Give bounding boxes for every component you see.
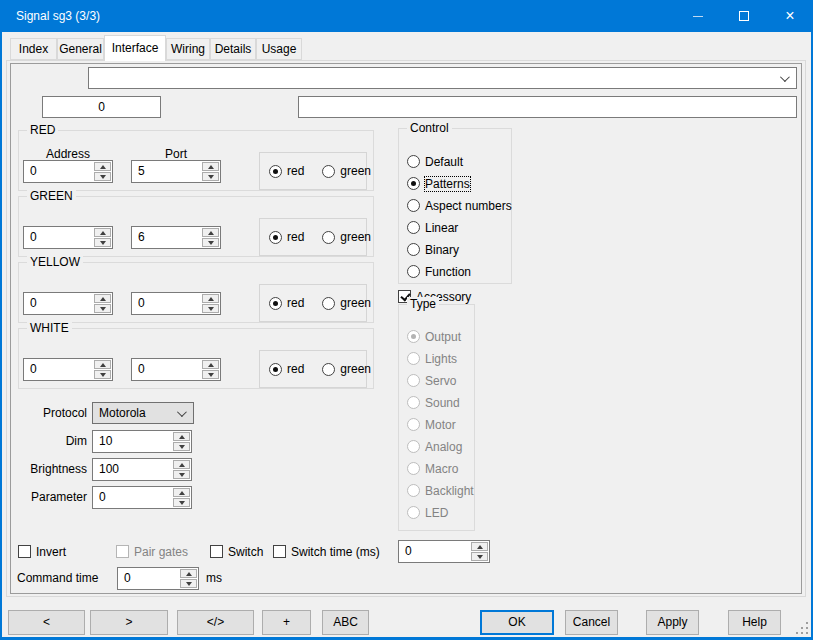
spinner-buttons[interactable] (172, 487, 191, 508)
nav-next-button[interactable]: > (90, 610, 168, 635)
radio-linear[interactable]: Linear (407, 220, 458, 235)
spin-up-button[interactable] (94, 228, 111, 237)
spin-up-button[interactable] (173, 432, 190, 441)
brightness-spinner[interactable]: 100 (92, 458, 192, 481)
yellow-gate-red-option[interactable]: red (269, 296, 304, 311)
close-button[interactable]: × (767, 0, 813, 32)
abc-button[interactable]: ABC (322, 610, 369, 635)
radio-function[interactable]: Function (407, 264, 471, 279)
spinner-buttons[interactable] (93, 161, 112, 182)
radio-icon[interactable] (407, 177, 420, 190)
spin-down-button[interactable] (94, 370, 111, 379)
spinner-buttons[interactable] (93, 227, 112, 248)
spinner-buttons[interactable] (172, 431, 191, 452)
red-address-spinner[interactable]: 0 (23, 160, 113, 183)
white-address-spinner[interactable]: 0 (23, 358, 113, 381)
tab-index[interactable]: Index (10, 38, 57, 60)
yellow-port-spinner[interactable]: 0 (131, 292, 221, 315)
parameter-spinner[interactable]: 0 (92, 486, 192, 509)
tab-usage[interactable]: Usage (256, 38, 302, 60)
spinner-buttons[interactable] (93, 359, 112, 380)
white-gate-green-option[interactable]: green (322, 362, 371, 377)
spin-up-button[interactable] (202, 360, 219, 369)
yellow-gate-green-option[interactable]: green (322, 296, 371, 311)
radio-icon[interactable] (407, 199, 420, 212)
green-port-spinner[interactable]: 6 (131, 226, 221, 249)
radio-icon[interactable] (322, 165, 335, 178)
radio-icon[interactable] (407, 221, 420, 234)
yellow-address-spinner[interactable]: 0 (23, 292, 113, 315)
tab-interface[interactable]: Interface (104, 35, 166, 61)
radio-icon[interactable] (322, 363, 335, 376)
bus-field[interactable]: 0 (42, 96, 161, 118)
checkbox-icon[interactable] (18, 545, 31, 558)
radio-icon[interactable] (407, 265, 420, 278)
radio-icon[interactable] (407, 155, 420, 168)
switch-time-checkbox[interactable]: Switch time (ms) (273, 544, 380, 559)
ok-button[interactable]: OK (480, 610, 554, 635)
green-gate-red-option[interactable]: red (269, 230, 304, 245)
titlebar[interactable]: Signal sg3 (3/3) × (0, 0, 813, 32)
spinner-buttons[interactable] (93, 293, 112, 314)
apply-button[interactable]: Apply (646, 610, 699, 635)
protocol-select[interactable]: Motorola (92, 402, 194, 424)
spin-down-button[interactable] (202, 304, 219, 313)
green-gate-green-option[interactable]: green (322, 230, 371, 245)
minimize-button[interactable] (675, 0, 721, 32)
spinner-buttons[interactable] (201, 359, 220, 380)
resize-grip[interactable] (796, 622, 810, 636)
spin-up-button[interactable] (173, 460, 190, 469)
spin-down-button[interactable] (94, 238, 111, 247)
spin-down-button[interactable] (173, 442, 190, 451)
radio-icon[interactable] (269, 165, 282, 178)
radio-icon[interactable] (269, 231, 282, 244)
command-time-spinner[interactable]: 0 (117, 567, 199, 590)
interface-id-combobox[interactable] (88, 67, 797, 89)
spin-down-button[interactable] (180, 579, 197, 588)
spin-up-button[interactable] (94, 162, 111, 171)
radio-aspect-numbers[interactable]: Aspect numbers (407, 198, 512, 213)
spinner-buttons[interactable] (201, 227, 220, 248)
checkbox-icon[interactable] (273, 545, 286, 558)
spin-down-button[interactable] (94, 304, 111, 313)
checkbox-icon[interactable] (210, 545, 223, 558)
spinner-buttons[interactable] (201, 161, 220, 182)
spin-up-button[interactable] (173, 488, 190, 497)
spin-up-button[interactable] (94, 294, 111, 303)
radio-icon[interactable] (322, 231, 335, 244)
tab-wiring[interactable]: Wiring (166, 38, 210, 60)
spin-down-button[interactable] (173, 470, 190, 479)
white-port-spinner[interactable]: 0 (131, 358, 221, 381)
nav-prev-button[interactable]: < (8, 610, 85, 635)
radio-patterns[interactable]: Patterns (407, 176, 470, 191)
radio-icon[interactable] (407, 243, 420, 256)
spin-down-button[interactable] (471, 552, 488, 561)
radio-default[interactable]: Default (407, 154, 463, 169)
green-address-spinner[interactable]: 0 (23, 226, 113, 249)
spin-down-button[interactable] (202, 238, 219, 247)
cancel-button[interactable]: Cancel (565, 610, 618, 635)
add-button[interactable]: + (262, 610, 311, 635)
spinner-buttons[interactable] (201, 293, 220, 314)
code-button[interactable]: </> (177, 610, 254, 635)
spin-up-button[interactable] (202, 162, 219, 171)
spinner-buttons[interactable] (470, 541, 489, 562)
invert-checkbox[interactable]: Invert (18, 544, 66, 559)
help-button[interactable]: Help (728, 610, 781, 635)
switch-time-spinner[interactable]: 0 (398, 540, 490, 563)
spin-down-button[interactable] (202, 370, 219, 379)
red-gate-red-option[interactable]: red (269, 164, 304, 179)
radio-icon[interactable] (269, 297, 282, 310)
spin-down-button[interactable] (94, 172, 111, 181)
spin-up-button[interactable] (202, 228, 219, 237)
uid-name-field[interactable] (298, 96, 797, 118)
spin-down-button[interactable] (173, 498, 190, 507)
spinner-buttons[interactable] (172, 459, 191, 480)
red-gate-green-option[interactable]: green (322, 164, 371, 179)
spin-up-button[interactable] (471, 542, 488, 551)
tab-details[interactable]: Details (210, 38, 256, 60)
tab-general[interactable]: General (57, 38, 104, 60)
red-port-spinner[interactable]: 5 (131, 160, 221, 183)
spinner-buttons[interactable] (179, 568, 198, 589)
radio-icon[interactable] (269, 363, 282, 376)
